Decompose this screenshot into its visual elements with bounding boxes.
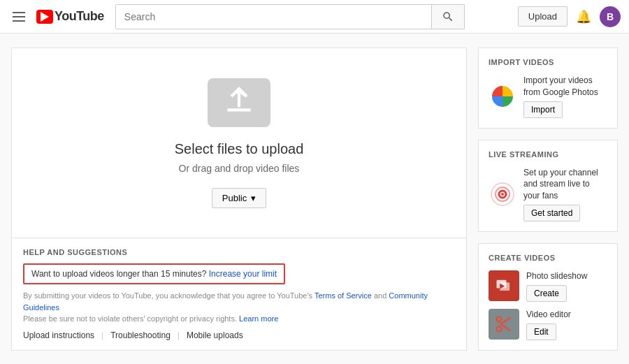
slideshow-icon-svg	[494, 276, 514, 296]
import-text: Import your videos from Google Photos	[523, 75, 607, 99]
visibility-button[interactable]: Public ▾	[212, 188, 266, 208]
privacy-text: Please be sure not to violate others' co…	[23, 314, 237, 323]
header-left: YouTube	[8, 8, 104, 26]
import-videos-card: IMPORT VIDEOS Import your videos from Go…	[478, 48, 618, 129]
slideshow-item: Photo slideshow Create	[489, 270, 607, 302]
learn-more-link[interactable]: Learn more	[239, 314, 278, 323]
import-item-content: Import your videos from Google Photos Im…	[523, 75, 607, 118]
photo-slideshow-icon	[489, 270, 519, 301]
import-title: IMPORT VIDEOS	[489, 58, 607, 66]
terms-of-service-link[interactable]: Terms of Service	[314, 291, 372, 300]
live-item: Set up your channel and stream live to y…	[489, 167, 607, 221]
create-slideshow-button[interactable]: Create	[526, 285, 567, 302]
svg-point-8	[497, 327, 502, 332]
yt-logo-box	[36, 10, 53, 24]
yt-logo-text: YouTube	[55, 9, 104, 24]
menu-icon[interactable]	[8, 8, 29, 26]
live-title: LIVE STREAMING	[489, 150, 607, 159]
dropdown-arrow-icon: ▾	[251, 193, 256, 203]
help-section: HELP AND SUGGESTIONS Want to upload vide…	[12, 238, 466, 350]
editor-item-content: Video editor Edit	[526, 309, 571, 340]
create-videos-card: CREATE VIDEOS Photo slideshow Create	[478, 243, 618, 351]
editor-title-text: Video editor	[526, 309, 571, 321]
header-right: Upload 🔔 B	[518, 6, 621, 27]
mobile-uploads-link[interactable]: Mobile uploads	[180, 330, 250, 340]
search-input[interactable]	[116, 5, 431, 29]
live-item-content: Set up your channel and stream live to y…	[523, 167, 607, 221]
terms-and: and	[374, 291, 386, 300]
yt-play-icon	[41, 12, 49, 22]
search-button[interactable]	[431, 5, 464, 29]
upload-button[interactable]: Upload	[518, 6, 567, 27]
import-button[interactable]: Import	[523, 101, 563, 118]
get-started-button[interactable]: Get started	[523, 205, 580, 221]
arrow-up-icon	[222, 85, 256, 120]
visibility-label: Public	[222, 193, 247, 203]
avatar[interactable]: B	[600, 6, 621, 27]
create-title: CREATE VIDEOS	[489, 254, 607, 262]
upload-instructions-link[interactable]: Upload instructions	[23, 330, 101, 340]
help-section-title: HELP AND SUGGESTIONS	[23, 248, 455, 256]
upload-subtitle: Or drag and drop video files	[179, 163, 300, 174]
header-search	[115, 4, 507, 29]
scissors-icon	[494, 314, 514, 334]
header: YouTube Upload 🔔 B	[0, 0, 629, 34]
search-icon	[442, 10, 454, 23]
radio-waves-icon	[489, 180, 516, 208]
search-input-wrap	[115, 4, 465, 29]
live-text: Set up your channel and stream live to y…	[523, 167, 607, 202]
svg-point-7	[497, 317, 502, 322]
slideshow-title-text: Photo slideshow	[526, 270, 587, 282]
upload-title: Select files to upload	[175, 141, 304, 157]
edit-button[interactable]: Edit	[526, 323, 556, 340]
sidebar: IMPORT VIDEOS Import your videos from Go…	[478, 48, 618, 351]
main-layout: Select files to upload Or drag and drop …	[0, 34, 629, 364]
youtube-logo[interactable]: YouTube	[36, 9, 104, 24]
video-editor-icon	[489, 309, 519, 340]
svg-point-1	[501, 193, 504, 196]
upload-section: Select files to upload Or drag and drop …	[11, 48, 467, 351]
upload-limit-text: Want to upload videos longer than 15 min…	[31, 269, 206, 279]
notification-bell-icon[interactable]: 🔔	[576, 9, 591, 24]
terms-text: By submitting your videos to YouTube, yo…	[23, 290, 455, 325]
editor-item: Video editor Edit	[489, 309, 607, 340]
troubleshooting-link[interactable]: Troubleshooting	[103, 330, 178, 340]
terms-prefix: By submitting your videos to YouTube, yo…	[23, 291, 312, 300]
upload-limit-box: Want to upload videos longer than 15 min…	[23, 263, 285, 284]
upload-zone[interactable]: Select files to upload Or drag and drop …	[12, 48, 466, 238]
import-item: Import your videos from Google Photos Im…	[489, 75, 607, 118]
increase-limit-link[interactable]: Increase your limit	[209, 269, 277, 279]
live-streaming-icon	[489, 180, 516, 208]
slideshow-item-content: Photo slideshow Create	[526, 270, 587, 302]
live-streaming-card: LIVE STREAMING Set up your channel and s…	[478, 140, 618, 232]
help-links: Upload instructions | Troubleshooting | …	[23, 330, 455, 340]
google-photos-icon	[489, 82, 516, 110]
upload-arrow-icon	[208, 78, 270, 127]
